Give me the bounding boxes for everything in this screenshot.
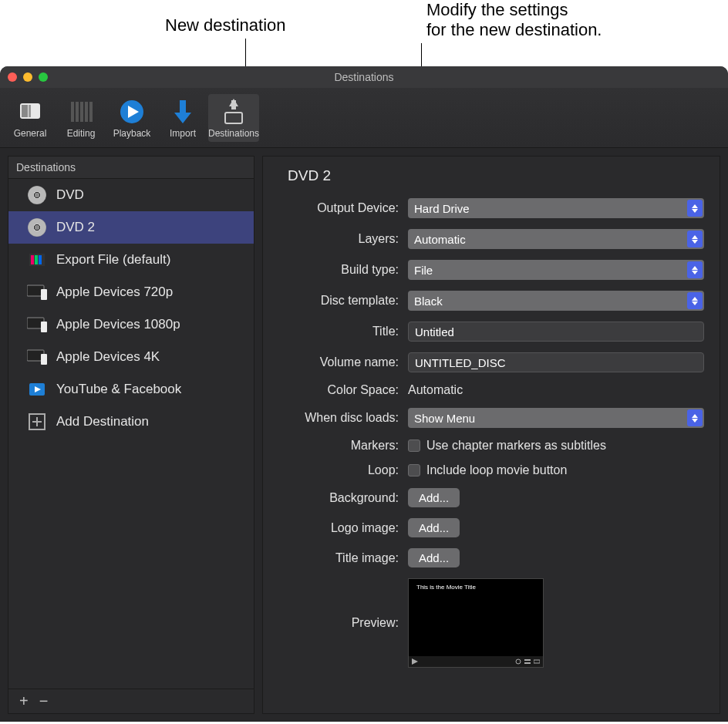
title-input[interactable]: Untitled: [408, 322, 704, 342]
svg-marker-37: [692, 301, 698, 305]
list-label: Add Destination: [56, 414, 149, 429]
svg-marker-35: [692, 271, 698, 274]
svg-marker-32: [692, 235, 698, 239]
loop-checkbox[interactable]: [408, 464, 420, 476]
toolbar-playback[interactable]: Playback: [106, 94, 157, 142]
preview-movie-title: This is the Movie Title: [416, 584, 476, 591]
add-destination-button[interactable]: +: [19, 692, 29, 710]
sidebar-item-720p[interactable]: Apple Devices 720p: [8, 276, 254, 308]
playback-icon: [119, 99, 145, 125]
toolbar-destinations-label: Destinations: [208, 128, 259, 139]
output-device-label: Output Device:: [278, 201, 408, 215]
chevron-updown-icon: [687, 261, 703, 278]
toolbar-destinations[interactable]: Destinations: [208, 94, 259, 142]
toolbar-editing[interactable]: Editing: [56, 94, 106, 142]
color-space-label: Color Space:: [278, 383, 408, 397]
svg-rect-2: [29, 105, 31, 117]
list-label: DVD 2: [56, 220, 95, 235]
destination-settings-panel: DVD 2 Output Device: Hard Drive Layers: …: [262, 156, 720, 714]
remove-destination-button[interactable]: −: [39, 692, 49, 710]
svg-rect-1: [22, 105, 28, 117]
layers-select[interactable]: Automatic: [408, 229, 704, 249]
svg-rect-4: [76, 102, 79, 122]
title-image-add-button[interactable]: Add...: [408, 548, 460, 567]
svg-rect-17: [35, 255, 38, 264]
disc-template-label: Disc template:: [278, 294, 408, 308]
minimize-button[interactable]: [23, 72, 32, 82]
close-button[interactable]: [8, 72, 17, 82]
preview-label: Preview:: [278, 616, 408, 630]
preview-control-bar: [409, 656, 543, 667]
background-label: Background:: [278, 491, 408, 505]
disc-template-select[interactable]: Black: [408, 291, 704, 311]
output-device-select[interactable]: Hard Drive: [408, 198, 704, 218]
toolbar: General Editing Playback Import Destinat…: [0, 88, 728, 148]
list-label: DVD: [56, 187, 84, 203]
svg-rect-7: [89, 102, 93, 122]
loop-checkbox-label: Include loop movie button: [426, 463, 567, 477]
svg-marker-33: [692, 240, 698, 244]
destinations-list: DVD DVD 2 Export File (default) Apple De…: [8, 179, 254, 689]
markers-checkbox[interactable]: [408, 439, 420, 452]
svg-marker-11: [174, 113, 191, 123]
devices-icon: [27, 315, 47, 335]
logo-image-label: Logo image:: [278, 521, 408, 535]
svg-rect-5: [80, 102, 83, 122]
sidebar-item-dvd2[interactable]: DVD 2: [8, 211, 254, 244]
svg-rect-10: [180, 100, 186, 114]
loop-label: Loop:: [278, 463, 408, 477]
chevron-updown-icon: [687, 409, 703, 426]
list-label: Apple Devices 4K: [56, 349, 160, 365]
sidebar-item-export-file[interactable]: Export File (default): [8, 244, 254, 276]
when-disc-loads-label: When disc loads:: [278, 411, 408, 425]
sidebar-item-1080p[interactable]: Apple Devices 1080p: [8, 308, 254, 341]
svg-marker-14: [229, 99, 238, 106]
toolbar-editing-label: Editing: [56, 128, 106, 139]
sidebar-item-youtube-facebook[interactable]: YouTube & Facebook: [8, 373, 254, 406]
list-label: Export File (default): [56, 252, 170, 268]
titlebar: Destinations: [0, 66, 728, 88]
window-title: Destinations: [0, 71, 728, 83]
when-disc-loads-select[interactable]: Show Menu: [408, 408, 704, 428]
zoom-button[interactable]: [39, 72, 48, 82]
volume-name-input[interactable]: UNTITLED_DISC: [408, 352, 704, 372]
svg-rect-22: [41, 322, 47, 332]
svg-point-41: [516, 659, 521, 664]
toolbar-general[interactable]: General: [5, 94, 56, 142]
svg-rect-6: [85, 102, 88, 122]
svg-rect-18: [39, 255, 42, 264]
svg-marker-34: [692, 266, 698, 270]
video-icon: [27, 379, 47, 399]
svg-rect-16: [31, 255, 34, 264]
import-icon: [170, 99, 196, 125]
color-space-value: Automatic: [408, 383, 463, 397]
sidebar-item-dvd[interactable]: DVD: [8, 179, 254, 211]
logo-image-add-button[interactable]: Add...: [408, 518, 460, 537]
toolbar-playback-label: Playback: [106, 128, 157, 139]
sidebar-item-4k[interactable]: Apple Devices 4K: [8, 341, 254, 373]
toolbar-import[interactable]: Import: [157, 94, 208, 142]
disc-icon: [27, 217, 47, 237]
preferences-window: Destinations General Editing Playback Im…: [0, 66, 728, 722]
svg-marker-38: [692, 414, 698, 418]
sidebar-header: Destinations: [8, 157, 254, 179]
callout-modify-settings: Modify the settingsfor the new destinati…: [426, 0, 602, 40]
destinations-icon: [221, 99, 247, 125]
svg-rect-3: [71, 102, 74, 122]
svg-rect-43: [524, 662, 531, 664]
svg-rect-20: [41, 289, 47, 300]
svg-marker-30: [692, 204, 698, 208]
svg-rect-42: [524, 659, 531, 661]
background-add-button[interactable]: Add...: [408, 488, 460, 507]
list-label: Apple Devices 1080p: [56, 317, 180, 332]
build-type-label: Build type:: [278, 263, 408, 277]
film-icon: [27, 250, 47, 270]
destinations-sidebar: Destinations DVD DVD 2 Export File (defa…: [8, 156, 254, 714]
loop-icon: [515, 658, 521, 665]
chevron-updown-icon: [687, 200, 703, 217]
disc-icon: [27, 185, 47, 205]
chevron-updown-icon: [687, 231, 703, 248]
sidebar-item-add-destination[interactable]: Add Destination: [8, 406, 254, 438]
build-type-select[interactable]: File: [408, 260, 704, 280]
chapters-icon: [524, 658, 531, 665]
